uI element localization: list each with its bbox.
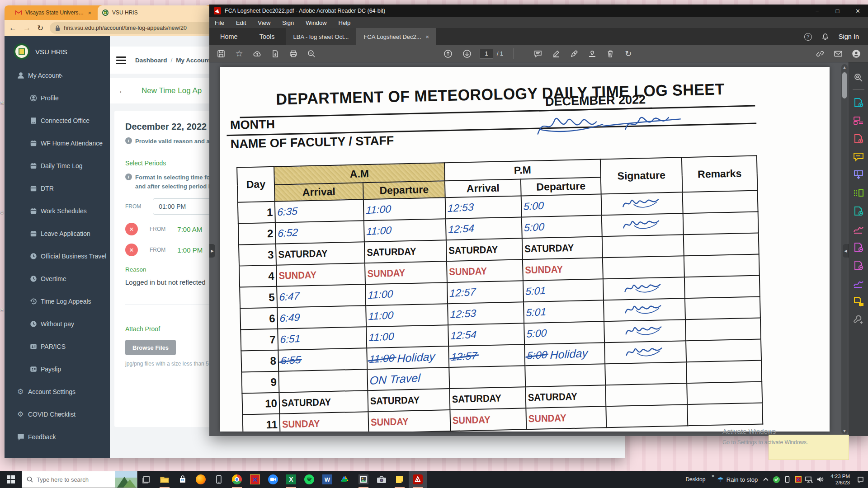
sign-in-button[interactable]: Sign In bbox=[839, 33, 859, 40]
help-icon[interactable]: ? bbox=[804, 33, 812, 41]
create-pdf-icon[interactable] bbox=[849, 130, 868, 148]
breadcrumb-dashboard[interactable]: Dashboard bbox=[135, 57, 167, 64]
sidebar-item-account-settings[interactable]: ⚙Account Settings bbox=[5, 380, 110, 403]
request-signatures-icon[interactable] bbox=[849, 292, 868, 310]
sidebar-item-wf-home-attendance[interactable]: WF Home Attendance bbox=[5, 132, 110, 155]
desktop-peek-label[interactable]: Desktop bbox=[685, 476, 705, 483]
menu-window[interactable]: Window bbox=[306, 19, 326, 26]
sidebar-item-work-schedules[interactable]: Work Schedules bbox=[5, 200, 110, 222]
taskbar-app-acrobat[interactable] bbox=[409, 471, 427, 488]
search-document-icon[interactable] bbox=[849, 69, 868, 87]
desktop-icon-label[interactable]: A bbox=[0, 307, 4, 312]
link-icon[interactable] bbox=[811, 47, 829, 61]
sidebar-item-official-business-travel[interactable]: Official Business Travel bbox=[5, 245, 110, 267]
taskbar-app-sticky-notes[interactable] bbox=[391, 471, 409, 488]
scrollbar-thumb[interactable] bbox=[842, 72, 847, 99]
tab-close-icon[interactable]: × bbox=[88, 9, 91, 16]
weather-widget[interactable]: ☂ Rain to stop bbox=[717, 475, 758, 484]
star-icon[interactable]: ☆ bbox=[230, 47, 248, 61]
comment-icon[interactable] bbox=[529, 47, 547, 61]
redact-icon[interactable] bbox=[849, 256, 868, 274]
remove-period-button[interactable]: ✕ bbox=[125, 223, 138, 235]
tab-home[interactable]: Home bbox=[209, 33, 249, 40]
bell-icon[interactable] bbox=[822, 33, 829, 40]
network-display-icon[interactable] bbox=[805, 476, 813, 483]
sidebar-item-overtime[interactable]: Overtime bbox=[5, 267, 110, 290]
sidebar-item-payslip[interactable]: Payslip bbox=[5, 358, 110, 380]
sidebar-item-covid-checklist[interactable]: ⚙COVID Checklist bbox=[5, 403, 110, 426]
media-tray-icon[interactable]: ✕ bbox=[794, 476, 802, 483]
comment-tool-icon[interactable] bbox=[849, 148, 868, 166]
taskbar-app-excel[interactable]: X bbox=[282, 471, 300, 488]
page-number-input[interactable]: 1 bbox=[480, 49, 493, 59]
sidebar-item-dtr[interactable]: DTR bbox=[5, 177, 110, 200]
doc-tab-lba[interactable]: LBA - log sheet Oct... bbox=[286, 28, 356, 45]
taskbar-app-spotify[interactable] bbox=[300, 471, 318, 488]
envelope-icon[interactable] bbox=[829, 47, 847, 61]
fill-and-sign-icon[interactable] bbox=[849, 220, 868, 238]
taskbar-app-photos[interactable] bbox=[354, 471, 373, 488]
page-down-icon[interactable] bbox=[458, 47, 476, 61]
print-icon[interactable] bbox=[284, 47, 302, 61]
antivirus-icon[interactable] bbox=[773, 476, 780, 483]
maximize-button[interactable]: □ bbox=[827, 5, 848, 17]
browser-tab-vsu-hris[interactable]: VSU HRIS bbox=[98, 5, 211, 20]
sidebar-item-leave-application[interactable]: Leave Application bbox=[5, 222, 110, 245]
export-pdf-icon[interactable] bbox=[849, 94, 868, 112]
sign-stamp-icon[interactable] bbox=[583, 47, 601, 61]
pen-icon[interactable] bbox=[565, 47, 583, 61]
menu-edit[interactable]: Edit bbox=[236, 19, 246, 26]
account-icon[interactable] bbox=[847, 47, 865, 61]
sidebar-item-daily-time-log[interactable]: Daily Time Log bbox=[5, 155, 110, 177]
start-button[interactable] bbox=[0, 471, 22, 488]
right-panel-collapse-icon[interactable]: ◀ bbox=[843, 244, 849, 258]
back-icon[interactable]: ← bbox=[9, 23, 17, 33]
zoom-out-icon[interactable] bbox=[302, 47, 321, 61]
edit-pdf-icon[interactable] bbox=[849, 112, 868, 130]
caret-up-icon[interactable] bbox=[762, 476, 769, 483]
taskbar-app-media-app[interactable]: ✕ bbox=[246, 471, 264, 488]
combine-files-icon[interactable] bbox=[849, 166, 868, 184]
more-tools-icon[interactable] bbox=[849, 310, 868, 328]
sidebar-item-connected-office[interactable]: Connected Office bbox=[5, 109, 110, 132]
cloud-upload-icon[interactable] bbox=[248, 47, 266, 61]
sidebar-item-my-account[interactable]: My Account bbox=[5, 64, 110, 87]
phone-link-icon[interactable] bbox=[783, 476, 791, 483]
search-input[interactable] bbox=[37, 476, 104, 483]
taskbar-app-your-phone[interactable] bbox=[210, 471, 228, 488]
volume-icon[interactable] bbox=[816, 476, 824, 483]
tab-tools[interactable]: Tools bbox=[249, 33, 286, 40]
sidebar-item-feedback[interactable]: Feedback bbox=[5, 426, 110, 448]
sidebar-item-time-log-appeals[interactable]: Time Log Appeals bbox=[5, 290, 110, 313]
menu-help[interactable]: Help bbox=[339, 19, 351, 26]
pdf-page[interactable]: DEPARTMENT OF METEOROLOGY DAILY TIME LOG… bbox=[220, 67, 830, 432]
breadcrumb-current[interactable]: My Account bbox=[176, 57, 210, 64]
protect-pdf-icon[interactable] bbox=[849, 238, 868, 256]
remove-period-button[interactable]: ✕ bbox=[125, 244, 138, 256]
sidebar-item-without-pay[interactable]: Without pay bbox=[5, 313, 110, 335]
menu-file[interactable]: File bbox=[215, 19, 224, 26]
compress-pdf-icon[interactable] bbox=[849, 202, 868, 220]
doc-tab-fca[interactable]: FCA Logsheet Dec2...× bbox=[356, 28, 436, 45]
forward-icon[interactable]: → bbox=[23, 23, 31, 33]
taskbar-app-drive[interactable] bbox=[336, 471, 354, 488]
browser-tab-mail[interactable]: Visayas State University Mail × bbox=[11, 5, 96, 20]
highlighter-icon[interactable] bbox=[547, 47, 565, 61]
taskbar-clock[interactable]: 4:23 PM 2/6/23 bbox=[828, 473, 853, 486]
left-panel-expand-icon[interactable]: ▶ bbox=[209, 244, 215, 258]
rotate-icon[interactable]: ↻ bbox=[619, 47, 637, 61]
taskbar-app-task-view[interactable] bbox=[137, 471, 156, 488]
sidebar-item-par-ics[interactable]: PAR/ICS bbox=[5, 335, 110, 358]
organize-pages-icon[interactable] bbox=[849, 184, 868, 202]
back-arrow-icon[interactable]: ← bbox=[118, 86, 127, 96]
reload-icon[interactable]: ↻ bbox=[37, 23, 43, 33]
sidebar-brand[interactable]: VSU HRIS bbox=[5, 36, 110, 64]
action-center-icon[interactable] bbox=[857, 476, 864, 483]
taskbar-app-word[interactable]: W bbox=[318, 471, 336, 488]
close-button[interactable]: ✕ bbox=[848, 5, 868, 17]
minimize-button[interactable]: − bbox=[807, 5, 827, 17]
search-daily-image[interactable] bbox=[115, 471, 137, 488]
trash-icon[interactable] bbox=[601, 47, 619, 61]
sidebar-item-profile[interactable]: Profile bbox=[5, 87, 110, 109]
close-tab-icon[interactable]: × bbox=[426, 33, 429, 40]
